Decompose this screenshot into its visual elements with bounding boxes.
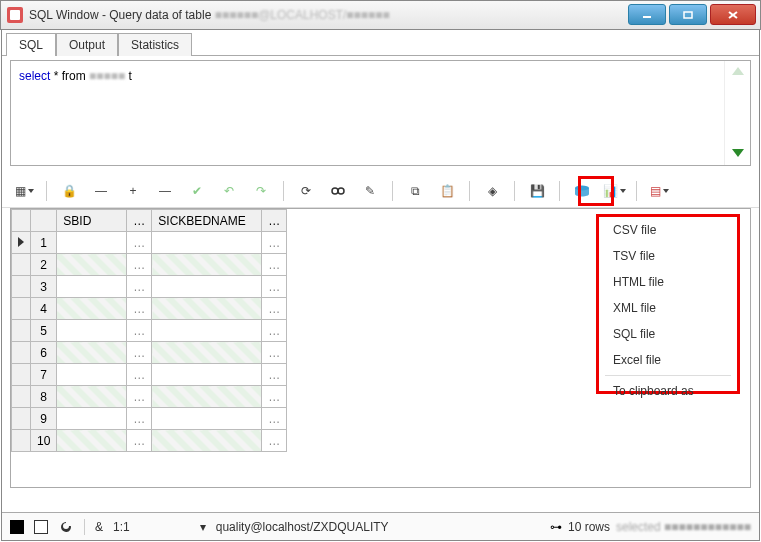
cell-expand[interactable]: …: [262, 298, 287, 320]
cell-expand[interactable]: …: [127, 276, 152, 298]
table-row[interactable]: 4……: [12, 298, 287, 320]
minimize-button[interactable]: [628, 4, 666, 25]
edit-button[interactable]: ✎: [358, 179, 382, 203]
cell-expand[interactable]: …: [127, 342, 152, 364]
column-expand[interactable]: …: [127, 210, 152, 232]
cell-sickbedname[interactable]: [152, 298, 262, 320]
cell-expand[interactable]: …: [262, 430, 287, 452]
find-button[interactable]: [326, 179, 350, 203]
row-marker: [12, 298, 31, 320]
export-xml[interactable]: XML file: [599, 295, 737, 321]
rows-count: 10 rows: [568, 520, 610, 534]
cell-sickbedname[interactable]: [152, 232, 262, 254]
tablelist-button[interactable]: ▤: [647, 179, 671, 203]
remove-button[interactable]: —: [153, 179, 177, 203]
row-number: 9: [31, 408, 57, 430]
copy-button[interactable]: ⧉: [403, 179, 427, 203]
next-sql-icon[interactable]: [732, 149, 744, 157]
cell-sbid[interactable]: [57, 320, 127, 342]
table-row[interactable]: 6……: [12, 342, 287, 364]
table-row[interactable]: 1……: [12, 232, 287, 254]
cell-expand[interactable]: …: [127, 320, 152, 342]
export-html[interactable]: HTML file: [599, 269, 737, 295]
table-row[interactable]: 3……: [12, 276, 287, 298]
cell-sbid[interactable]: [57, 386, 127, 408]
save-button[interactable]: 💾: [525, 179, 549, 203]
row-marker: [12, 342, 31, 364]
cell-expand[interactable]: …: [127, 232, 152, 254]
tablelist-icon: ▤: [650, 184, 661, 198]
cell-sickbedname[interactable]: [152, 276, 262, 298]
bookmark-button[interactable]: ◈: [480, 179, 504, 203]
cell-expand[interactable]: …: [262, 364, 287, 386]
close-button[interactable]: [710, 4, 756, 25]
maximize-button[interactable]: [669, 4, 707, 25]
refresh-icon[interactable]: [58, 519, 74, 535]
status-bar: & 1:1 ▾ quality@localhost/ZXDQUALITY ⊶ 1…: [2, 512, 759, 540]
grid-mode-button[interactable]: ▦: [12, 179, 36, 203]
cell-expand[interactable]: …: [262, 320, 287, 342]
cell-expand[interactable]: …: [127, 430, 152, 452]
commit-button[interactable]: ✔: [185, 179, 209, 203]
row-marker: [12, 254, 31, 276]
redo-button[interactable]: ↷: [249, 179, 273, 203]
cell-sbid[interactable]: [57, 430, 127, 452]
table-row[interactable]: 2……: [12, 254, 287, 276]
cell-expand[interactable]: …: [262, 254, 287, 276]
table-row[interactable]: 10……: [12, 430, 287, 452]
column-expand[interactable]: …: [262, 210, 287, 232]
cell-sbid[interactable]: [57, 298, 127, 320]
cell-sickbedname[interactable]: [152, 430, 262, 452]
cell-expand[interactable]: …: [127, 408, 152, 430]
cell-sbid[interactable]: [57, 254, 127, 276]
cell-expand[interactable]: …: [262, 276, 287, 298]
export-menu: CSV file TSV file HTML file XML file SQL…: [596, 214, 740, 394]
lock-button[interactable]: 🔒: [57, 179, 81, 203]
cell-expand[interactable]: …: [127, 254, 152, 276]
prev-sql-icon[interactable]: [732, 67, 744, 75]
export-clipboard[interactable]: To clipboard as: [599, 378, 737, 404]
table-row[interactable]: 7……: [12, 364, 287, 386]
column-header-sbid[interactable]: SBID: [57, 210, 127, 232]
caret-down-icon[interactable]: ▾: [200, 520, 206, 534]
cell-expand[interactable]: …: [262, 386, 287, 408]
cell-expand[interactable]: …: [262, 342, 287, 364]
cell-sbid[interactable]: [57, 232, 127, 254]
delete-row-button[interactable]: ―: [89, 179, 113, 203]
cell-expand[interactable]: …: [127, 298, 152, 320]
export-tsv[interactable]: TSV file: [599, 243, 737, 269]
column-header-sickbedname[interactable]: SICKBEDNAME: [152, 210, 262, 232]
cell-sickbedname[interactable]: [152, 364, 262, 386]
paste-button[interactable]: 📋: [435, 179, 459, 203]
sql-editor[interactable]: select * from ■■■■■ t: [11, 61, 724, 165]
cell-expand[interactable]: …: [262, 232, 287, 254]
add-row-button[interactable]: +: [121, 179, 145, 203]
undo-button[interactable]: ↶: [217, 179, 241, 203]
row-number: 4: [31, 298, 57, 320]
cell-sickbedname[interactable]: [152, 342, 262, 364]
cell-expand[interactable]: …: [127, 386, 152, 408]
tab-output[interactable]: Output: [56, 33, 118, 56]
tab-sql[interactable]: SQL: [6, 33, 56, 56]
cell-sbid[interactable]: [57, 276, 127, 298]
cell-sickbedname[interactable]: [152, 386, 262, 408]
cell-sickbedname[interactable]: [152, 254, 262, 276]
table-row[interactable]: 8……: [12, 386, 287, 408]
result-grid[interactable]: SBID … SICKBEDNAME … 1……2……3……4……5……6……7…: [11, 209, 287, 452]
cell-sbid[interactable]: [57, 342, 127, 364]
separator: [392, 181, 393, 201]
cell-sickbedname[interactable]: [152, 320, 262, 342]
export-csv[interactable]: CSV file: [599, 217, 737, 243]
cell-expand[interactable]: …: [262, 408, 287, 430]
table-row[interactable]: 9……: [12, 408, 287, 430]
cell-sbid[interactable]: [57, 364, 127, 386]
refresh-button[interactable]: ⟳: [294, 179, 318, 203]
table-row[interactable]: 5……: [12, 320, 287, 342]
cell-expand[interactable]: …: [127, 364, 152, 386]
cell-sbid[interactable]: [57, 408, 127, 430]
row-marker: [12, 232, 31, 254]
cell-sickbedname[interactable]: [152, 408, 262, 430]
export-sql[interactable]: SQL file: [599, 321, 737, 347]
tab-statistics[interactable]: Statistics: [118, 33, 192, 56]
export-excel[interactable]: Excel file: [599, 347, 737, 373]
